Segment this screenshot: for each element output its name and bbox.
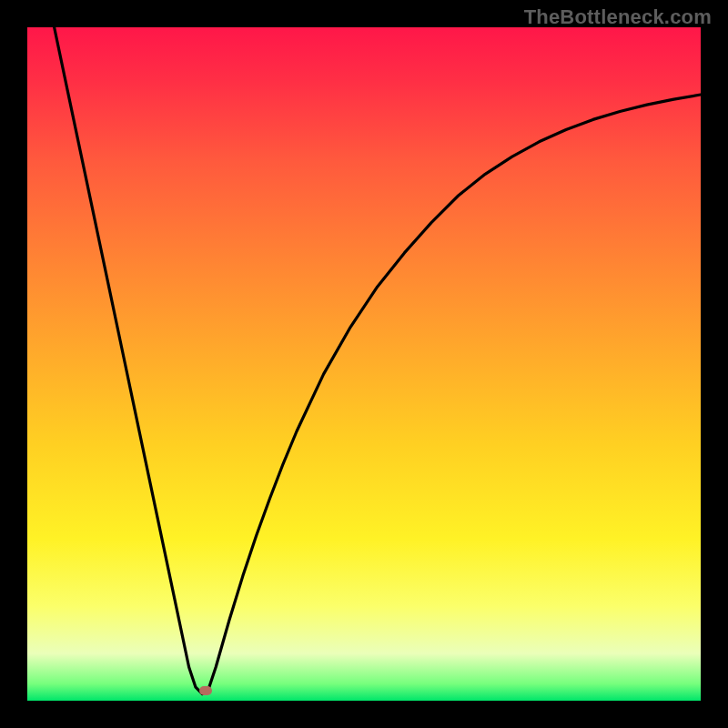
chart-frame: TheBottleneck.com xyxy=(0,0,728,728)
watermark-text: TheBottleneck.com xyxy=(524,5,712,29)
plot-area xyxy=(27,27,701,701)
optimum-marker xyxy=(199,686,212,695)
bottleneck-curve xyxy=(27,27,701,701)
